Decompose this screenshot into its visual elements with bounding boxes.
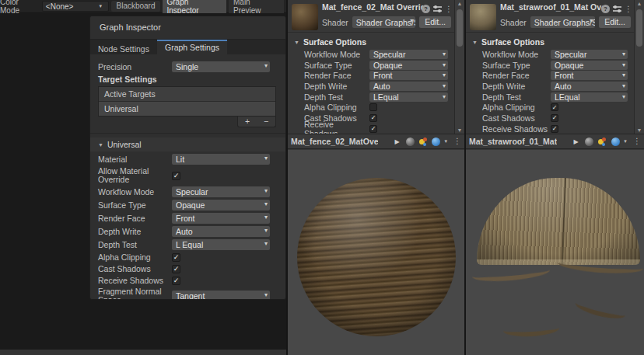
material-preview-dome — [477, 178, 640, 265]
kebab-menu-icon[interactable]: ⋮ — [625, 5, 632, 13]
render-face-dropdown[interactable]: Front ▾ — [551, 71, 628, 80]
edit-shader-button[interactable]: Edit... — [419, 16, 451, 28]
edit-shader-button[interactable]: Edit... — [599, 16, 631, 28]
help-icon[interactable]: ? — [422, 5, 430, 13]
color-channels-icon[interactable] — [418, 137, 428, 146]
add-target-button[interactable]: + — [238, 117, 257, 127]
color-channels-icon[interactable] — [597, 137, 607, 146]
setting-row-material: Material Lit ▾ — [98, 154, 278, 165]
alpha-clipping-checkbox[interactable]: ✓ — [172, 253, 180, 262]
scroll-up-icon[interactable]: ▲ — [635, 1, 644, 6]
alpha-clipping-checkbox[interactable] — [369, 103, 377, 111]
setting-label: Surface Type — [482, 61, 551, 70]
workflow-mode-dropdown[interactable]: Specular ▾ — [551, 50, 628, 59]
depth-test-dropdown[interactable]: LEqual ▾ — [551, 92, 628, 102]
render-face-dropdown[interactable]: Front ▾ — [369, 71, 448, 80]
material-title: Mat_strawroof_01_Mat Override (M — [500, 2, 603, 13]
check-icon: ✓ — [173, 277, 180, 284]
receive-shadows-checkbox[interactable]: ✓ — [551, 125, 558, 133]
shader-label: Shader — [322, 18, 348, 27]
target-item-universal[interactable]: Universal — [99, 102, 275, 116]
scroll-down-icon[interactable]: ▼ — [455, 127, 464, 133]
foldout-arrow-icon: ▼ — [472, 40, 478, 45]
preview-shape-icon[interactable] — [405, 137, 415, 146]
scrollbar-thumb[interactable] — [457, 9, 463, 47]
cast-shadows-checkbox[interactable]: ✓ — [551, 114, 558, 122]
surface-options-foldout[interactable]: ▼ Surface Options — [466, 33, 634, 49]
separator — [90, 133, 285, 134]
surface-type-dropdown[interactable]: Opaque ▾ — [551, 61, 628, 70]
presets-icon[interactable] — [433, 5, 442, 13]
scrollbar[interactable]: ▲ ▼ — [454, 0, 464, 134]
shader-dropdown[interactable]: Shader Graphs/Standard_M ▾ — [352, 16, 415, 28]
tab-graph-settings[interactable]: Graph Settings — [157, 40, 227, 54]
cast-shadows-checkbox[interactable]: ✓ — [369, 114, 377, 122]
depth-write-dropdown[interactable]: Auto ▾ — [369, 82, 448, 91]
universal-foldout[interactable]: ▼ Universal — [90, 137, 285, 151]
material-dropdown[interactable]: Lit ▾ — [172, 154, 270, 165]
setting-row-allow-material-override: Allow Material Override ✓ — [98, 167, 278, 184]
active-targets-header: Active Targets — [99, 87, 275, 102]
tab-node-settings[interactable]: Node Settings — [90, 40, 157, 54]
list-footer: + − — [98, 117, 276, 127]
surface-type-dropdown[interactable]: Opaque ▾ — [369, 61, 448, 70]
setting-label: Material — [98, 155, 172, 164]
surface-options-label: Surface Options — [481, 37, 544, 47]
scrollbar-thumb[interactable] — [636, 9, 642, 47]
so-row-render-face: Render Face Front ▾ — [482, 70, 634, 81]
preview-header-bar[interactable]: Mat_strawroof_01_MatOve ▶ ▾ ⋮ — [466, 134, 644, 149]
workflow-mode-dropdown[interactable]: Specular ▾ — [369, 50, 448, 59]
chevron-down-icon: ▾ — [443, 93, 446, 100]
depth-write-dropdown[interactable]: Auto ▾ — [551, 82, 628, 91]
depth-test-dropdown[interactable]: LEqual ▾ — [369, 92, 448, 102]
chevron-down-icon: ▾ — [264, 240, 268, 247]
precision-dropdown[interactable]: Single ▾ — [172, 61, 270, 72]
shader-dropdown[interactable]: Shader Graphs/Standard_ ▾ — [530, 16, 595, 28]
fragment-normal-space-dropdown[interactable]: Tangent ▾ — [172, 291, 270, 300]
setting-value: Opaque — [176, 200, 205, 210]
preview-shape-icon[interactable] — [585, 137, 594, 146]
receive-shadows-checkbox[interactable]: ✓ — [172, 277, 180, 285]
blackboard-toggle-button[interactable]: Blackboard — [111, 1, 159, 12]
chevron-down-icon[interactable]: ▾ — [444, 138, 450, 144]
presets-icon[interactable] — [613, 5, 621, 13]
alpha-clipping-checkbox[interactable]: ✓ — [551, 103, 558, 111]
setting-label: Cast Shadows — [98, 265, 172, 273]
shader-value: Shader Graphs/Standard_ — [534, 18, 595, 27]
kebab-menu-icon[interactable]: ⋮ — [633, 137, 641, 145]
color-mode-dropdown[interactable]: <None> ▾ — [42, 1, 110, 12]
depth-write-dropdown[interactable]: Auto ▾ — [172, 226, 270, 237]
receive-shadows-checkbox[interactable]: ✓ — [369, 125, 377, 133]
surface-type-dropdown[interactable]: Opaque ▾ — [172, 200, 270, 211]
setting-value: Front — [176, 214, 195, 223]
play-icon[interactable]: ▶ — [393, 138, 402, 145]
material-preview-area[interactable] — [288, 150, 464, 355]
play-icon[interactable]: ▶ — [572, 138, 581, 145]
scroll-down-icon[interactable]: ▼ — [635, 127, 644, 133]
render-face-dropdown[interactable]: Front ▾ — [172, 213, 270, 224]
remove-target-button[interactable]: − — [257, 117, 275, 127]
chevron-down-icon: ▾ — [99, 3, 105, 9]
preview-header-bar[interactable]: Mat_fence_02_MatOverride ▶ ▾ ⋮ — [288, 134, 464, 149]
surface-options-foldout[interactable]: ▼ Surface Options — [288, 33, 454, 49]
depth-test-dropdown[interactable]: L Equal ▾ — [172, 239, 270, 250]
kebab-menu-icon[interactable]: ⋮ — [445, 5, 453, 13]
setting-value: Opaque — [373, 61, 402, 70]
graph-inspector-panel: Graph Inspector Node Settings Graph Sett… — [89, 16, 286, 300]
allow-material-override-checkbox[interactable]: ✓ — [172, 172, 180, 180]
setting-value: Auto — [373, 82, 390, 91]
workflow-mode-dropdown[interactable]: Specular ▾ — [172, 186, 270, 197]
cast-shadows-checkbox[interactable]: ✓ — [172, 265, 180, 273]
material-preview-area[interactable] — [466, 150, 644, 355]
setting-value: Specular — [176, 187, 208, 197]
setting-label: Cast Shadows — [482, 113, 551, 123]
environment-icon[interactable] — [432, 137, 441, 146]
scrollbar[interactable]: ▲ ▼ — [634, 0, 644, 134]
environment-icon[interactable] — [611, 137, 620, 146]
kebab-menu-icon[interactable]: ⋮ — [453, 137, 461, 145]
setting-value: Specular — [555, 50, 586, 59]
help-icon[interactable]: ? — [601, 5, 610, 13]
setting-value: LEqual — [555, 92, 580, 102]
chevron-down-icon[interactable]: ▾ — [624, 138, 629, 144]
scroll-up-icon[interactable]: ▲ — [455, 1, 464, 6]
